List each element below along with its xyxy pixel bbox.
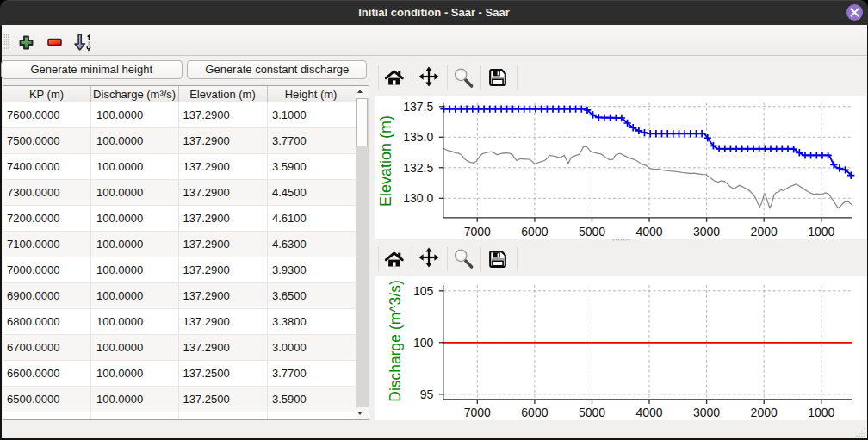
svg-text:135.0: 135.0 (403, 130, 433, 144)
svg-text:2000: 2000 (751, 406, 778, 419)
svg-text:7000: 7000 (464, 225, 491, 239)
svg-text:Elevation (m): Elevation (m) (377, 115, 394, 207)
svg-text:137.5: 137.5 (403, 100, 433, 114)
svg-text:5000: 5000 (579, 225, 605, 239)
svg-text:3000: 3000 (693, 225, 720, 239)
svg-text:3000: 3000 (693, 406, 720, 419)
svg-text:6000: 6000 (521, 225, 548, 239)
svg-text:100: 100 (413, 336, 434, 350)
svg-text:4000: 4000 (636, 406, 662, 419)
svg-text:4000: 4000 (636, 225, 662, 239)
svg-text:Discharge (m^3/s): Discharge (m^3/s) (387, 280, 404, 401)
svg-text:7000: 7000 (464, 406, 491, 419)
svg-text:1000: 1000 (808, 225, 834, 239)
svg-text:95: 95 (420, 387, 434, 401)
svg-text:1000: 1000 (808, 406, 834, 419)
svg-text:5000: 5000 (579, 406, 605, 419)
svg-text:2000: 2000 (751, 225, 778, 239)
svg-text:130.0: 130.0 (403, 191, 433, 205)
svg-text:105: 105 (413, 284, 434, 298)
svg-text:6000: 6000 (521, 406, 548, 419)
svg-text:132.5: 132.5 (403, 161, 433, 175)
